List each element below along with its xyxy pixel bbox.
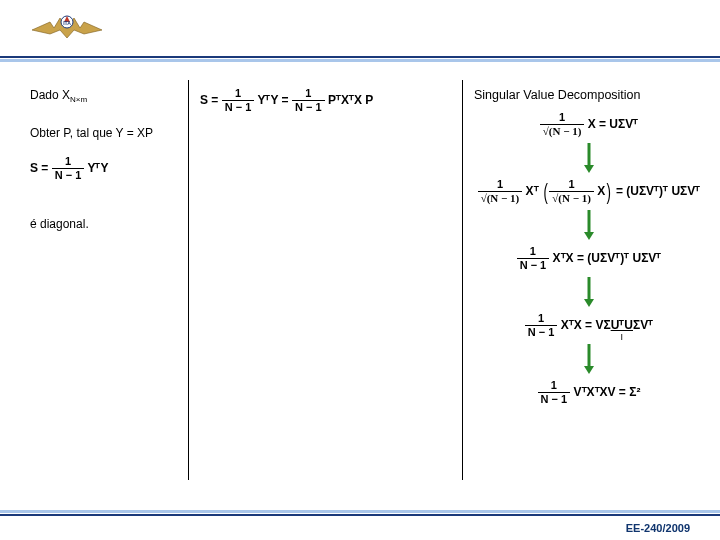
eq-xt-x-expand: 1√(N − 1) Xᵀ (1√(N − 1) X) = (UΣVᵀ)ᵀ UΣV… <box>474 179 704 204</box>
svg-marker-7 <box>584 299 594 307</box>
divider-2 <box>462 80 463 480</box>
divider-1 <box>188 80 189 480</box>
ita-wings-logo: ITA <box>30 8 104 54</box>
svg-marker-9 <box>584 366 594 374</box>
eq-xtx-usv: 1N − 1 XᵀX = (UΣVᵀ)ᵀ UΣVᵀ <box>474 246 704 271</box>
eq-sigma-sq: 1N − 1 VᵀXᵀXV = Σ² <box>474 380 704 405</box>
svg-marker-5 <box>584 232 594 240</box>
eq-svd-def: 1√(N − 1) X = UΣVᵀ <box>474 112 704 137</box>
right-column: Singular Value Decomposition 1√(N − 1) X… <box>474 80 704 411</box>
eq-s-expanded: S = 1N − 1 YᵀY = 1N − 1 PᵀXᵀX P <box>200 88 460 113</box>
given-text: Dado XN×m <box>30 88 185 104</box>
given-subscript: N×m <box>70 95 87 104</box>
slide-header: ITA <box>0 0 720 64</box>
slide-body: Dado XN×m Obter P, tal que Y = XP S = 1N… <box>30 80 704 500</box>
svd-title: Singular Value Decomposition <box>474 88 704 102</box>
diagonal-text: é diagonal. <box>30 217 185 231</box>
given-prefix: Dado X <box>30 88 70 102</box>
svg-marker-3 <box>584 165 594 173</box>
arrow-down-icon <box>582 277 596 307</box>
course-code: EE-240/2009 <box>626 522 690 534</box>
arrow-down-icon <box>582 210 596 240</box>
arrow-down-icon <box>582 344 596 374</box>
middle-column: S = 1N − 1 YᵀY = 1N − 1 PᵀXᵀX P <box>200 80 460 119</box>
svg-text:ITA: ITA <box>63 20 71 26</box>
obter-text: Obter P, tal que Y = XP <box>30 126 185 140</box>
footer-rule <box>0 510 720 516</box>
eq-xtx-identity: 1N − 1 XᵀX = VΣUᵀUIΣVᵀ <box>474 313 704 338</box>
left-column: Dado XN×m Obter P, tal que Y = XP S = 1N… <box>30 80 185 231</box>
eq-s-def: S = 1N − 1 YᵀY <box>30 156 185 181</box>
arrow-down-icon <box>582 143 596 173</box>
header-rule <box>0 56 720 62</box>
